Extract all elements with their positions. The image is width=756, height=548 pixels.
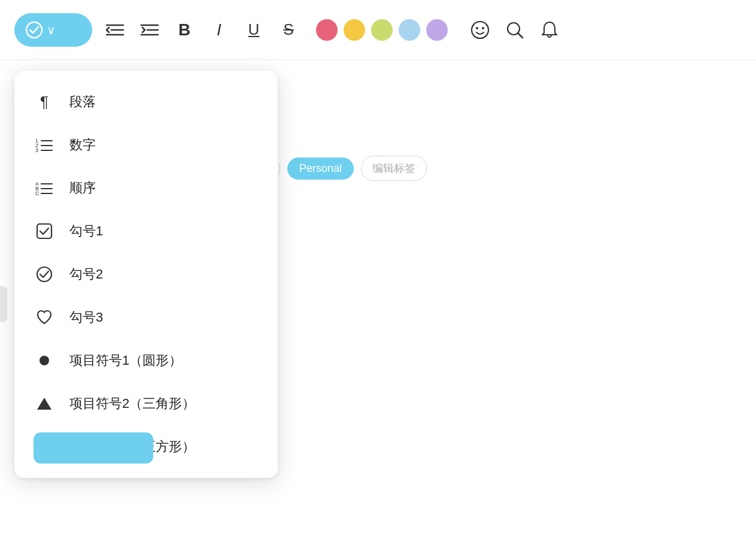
alphabetical-label: 顺序	[69, 179, 96, 197]
numbered-list-icon: 1 2 3	[34, 134, 55, 156]
numbered-label: 数字	[69, 136, 96, 154]
left-edge-handle	[0, 286, 7, 322]
svg-text:C: C	[35, 190, 40, 196]
emoji-button[interactable]	[468, 18, 492, 42]
svg-point-0	[26, 22, 42, 38]
dropdown-item-checkbox1[interactable]: 勾号1	[14, 210, 278, 253]
personal-tag-button[interactable]: Personal	[287, 158, 354, 180]
outdent-icon	[105, 22, 125, 38]
checkbox1-label: 勾号1	[69, 222, 103, 240]
heart-label: 勾号3	[69, 308, 103, 326]
notification-button[interactable]	[538, 18, 561, 42]
outdent-button[interactable]	[103, 18, 127, 42]
color-blue-button[interactable]	[399, 19, 420, 41]
check-dropdown-button[interactable]: ∨	[14, 13, 92, 47]
color-lime-button[interactable]	[371, 19, 393, 41]
edit-tag-button[interactable]: 编辑标签	[361, 156, 427, 181]
check-chevron-icon: ∨	[47, 23, 56, 37]
svg-point-9	[482, 27, 484, 29]
checkbox2-icon	[34, 264, 55, 285]
svg-rect-25	[37, 224, 51, 238]
color-red-button[interactable]	[316, 19, 338, 41]
dropdown-item-alphabetical[interactable]: A B C 顺序	[14, 166, 278, 210]
personal-label: Personal	[299, 162, 342, 174]
dropdown-menu: ¶ 段落 1 2 3 数字 A B C	[14, 71, 278, 478]
paragraph-label: 段落	[69, 93, 96, 111]
svg-point-10	[508, 23, 520, 35]
bullet-circle-label: 项目符号1（圆形）	[69, 352, 182, 370]
bottom-action-button[interactable]	[34, 432, 153, 464]
color-purple-button[interactable]	[426, 19, 448, 41]
svg-point-8	[476, 27, 478, 29]
heart-icon	[34, 307, 55, 328]
svg-point-26	[37, 267, 51, 281]
dropdown-item-bullet-triangle[interactable]: 项目符号2（三角形）	[14, 382, 278, 425]
indent-button[interactable]	[138, 18, 162, 42]
dropdown-item-bullet-circle[interactable]: 项目符号1（圆形）	[14, 339, 278, 382]
checkbox1-icon	[34, 220, 55, 242]
strikethrough-button[interactable]: S	[277, 18, 300, 42]
toolbar: ∨ B I U S	[0, 0, 756, 60]
dropdown-item-paragraph[interactable]: ¶ 段落	[14, 80, 278, 123]
dropdown-item-checkbox2[interactable]: 勾号2	[14, 253, 278, 296]
color-palette	[316, 19, 448, 41]
emoji-icon	[470, 20, 490, 40]
dropdown-item-heart[interactable]: 勾号3	[14, 296, 278, 339]
indent-icon	[140, 22, 159, 38]
search-button[interactable]	[503, 18, 527, 42]
toolbar-right-icons	[468, 18, 561, 42]
italic-button[interactable]: I	[207, 18, 231, 42]
alpha-list-icon: A B C	[34, 177, 55, 199]
svg-marker-28	[37, 398, 51, 410]
color-yellow-button[interactable]	[344, 19, 365, 41]
bold-button[interactable]: B	[172, 18, 196, 42]
circle-bullet-icon	[34, 350, 55, 371]
underline-button[interactable]: U	[242, 18, 266, 42]
edit-tag-label: 编辑标签	[372, 162, 415, 174]
svg-point-7	[472, 22, 488, 38]
svg-point-27	[40, 356, 49, 365]
svg-line-11	[518, 34, 523, 38]
paragraph-icon: ¶	[34, 91, 55, 113]
bullet-triangle-label: 项目符号2（三角形）	[69, 395, 195, 413]
svg-text:3: 3	[35, 147, 38, 153]
dropdown-item-numbered[interactable]: 1 2 3 数字	[14, 123, 278, 166]
check-icon	[25, 21, 43, 39]
notification-icon	[539, 20, 560, 40]
triangle-bullet-icon	[34, 393, 55, 414]
search-icon	[505, 20, 525, 40]
checkbox2-label: 勾号2	[69, 265, 103, 283]
